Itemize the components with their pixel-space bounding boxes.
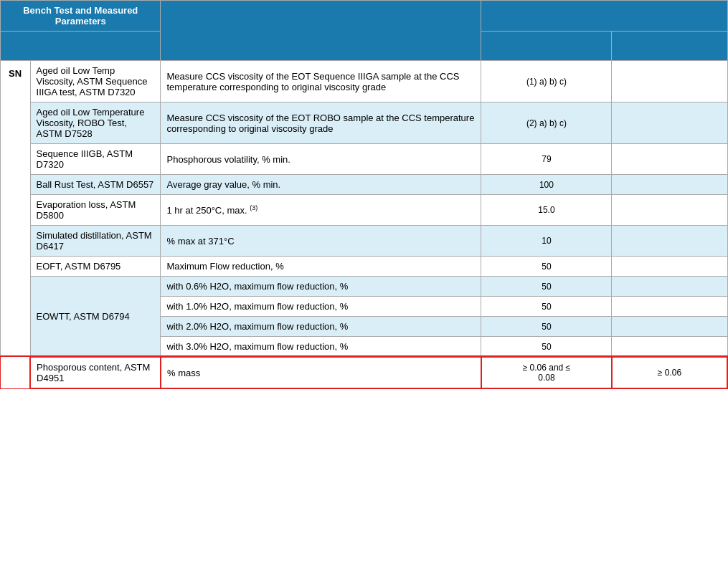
primary-cell: with 3.0% H2O, maximum flow reduction, % [161, 337, 481, 358]
primary-cell: with 1.0% H2O, maximum flow reduction, % [161, 297, 481, 317]
table-row: Ball Rust Test, ASTM D6557Average gray v… [1, 175, 728, 195]
primary-cell: Average gray value, % min. [161, 175, 481, 195]
sae-limit-cell: (1) a) b) c) [481, 61, 612, 102]
sae-limit-cell: ≥ 0.06 and ≤ 0.08 [481, 357, 612, 388]
sae-limit-cell: 50 [481, 277, 612, 297]
others-limit-cell [612, 61, 727, 102]
header-bench: Bench Test and Measured Parameters [1, 1, 161, 32]
others-limit-cell [612, 277, 727, 297]
table-body: SNAged oil Low Temp Viscosity, ASTM Sequ… [1, 61, 728, 389]
header-sae [481, 32, 612, 61]
bench-cell: Phosporous content, ASTM D4951 [30, 357, 161, 388]
others-limit-cell [612, 144, 727, 175]
bench-cell: Simulated distillation, ASTM D6417 [30, 226, 161, 257]
header-bench-label: Bench Test and Measured Parameters [23, 5, 138, 27]
sae-limit-cell: 50 [481, 257, 612, 277]
table-row: Phosporous content, ASTM D4951% mass≥ 0.… [1, 357, 728, 388]
sae-limit-cell: 100 [481, 175, 612, 195]
others-limit-cell [612, 317, 727, 337]
bench-cell: Evaporation loss, ASTM D5800 [30, 195, 161, 226]
header-row-1: Bench Test and Measured Parameters [1, 1, 728, 32]
bench-cell: EOWTT, ASTM D6794 [30, 277, 161, 358]
sae-limit-cell: 15.0 [481, 195, 612, 226]
sae-limit-cell: 50 [481, 297, 612, 317]
table-row: Sequence IIIGB, ASTM D7320Phosphorous vo… [1, 144, 728, 175]
table-row: Aged oil Low Temperature Viscosity, ROBO… [1, 102, 728, 144]
others-limit-cell [612, 195, 727, 226]
primary-cell: % max at 371°C [161, 226, 481, 257]
sn-cell: SN [1, 61, 31, 389]
primary-cell: Maximum Flow reduction, % [161, 257, 481, 277]
table-row: SNAged oil Low Temp Viscosity, ASTM Sequ… [1, 61, 728, 102]
primary-cell: % mass [161, 357, 481, 388]
data-table: Bench Test and Measured Parameters [0, 0, 728, 389]
bench-cell: Sequence IIIGB, ASTM D7320 [30, 144, 161, 175]
sae-limit-cell: 50 [481, 337, 612, 358]
primary-cell: with 2.0% H2O, maximum flow reduction, % [161, 317, 481, 337]
table-row: Evaporation loss, ASTM D58001 hr at 250°… [1, 195, 728, 226]
table-row: Simulated distillation, ASTM D6417% max … [1, 226, 728, 257]
others-limit-cell: ≥ 0.06 [612, 357, 727, 388]
bench-cell: Aged oil Low Temp Viscosity, ASTM Sequen… [30, 61, 161, 102]
table-row: EOFT, ASTM D6795Maximum Flow reduction, … [1, 257, 728, 277]
sae-limit-cell: (2) a) b) c) [481, 102, 612, 144]
primary-cell: Measure CCS viscosity of the EOT Sequenc… [161, 61, 481, 102]
others-limit-cell [612, 175, 727, 195]
others-limit-cell [612, 226, 727, 257]
header-primary [161, 1, 481, 61]
others-limit-cell [612, 257, 727, 277]
others-limit-cell [612, 102, 727, 144]
others-limit-cell [612, 337, 727, 358]
header-sn-bench-spacer [1, 32, 161, 61]
primary-cell: Phosphorous volatility, % min. [161, 144, 481, 175]
bench-cell: Ball Rust Test, ASTM D6557 [30, 175, 161, 195]
bench-cell: EOFT, ASTM D6795 [30, 257, 161, 277]
bench-cell: Aged oil Low Temperature Viscosity, ROBO… [30, 102, 161, 144]
sae-limit-cell: 50 [481, 317, 612, 337]
others-limit-cell [612, 297, 727, 317]
table-row: EOWTT, ASTM D6794with 0.6% H2O, maximum … [1, 277, 728, 297]
header-limits [481, 1, 727, 32]
sae-limit-cell: 10 [481, 226, 612, 257]
primary-cell: with 0.6% H2O, maximum flow reduction, % [161, 277, 481, 297]
primary-cell: Measure CCS viscosity of the EOT ROBO sa… [161, 102, 481, 144]
primary-cell: 1 hr at 250°C, max. (3) [161, 195, 481, 226]
header-others [612, 32, 727, 61]
main-table-wrapper: Bench Test and Measured Parameters [0, 0, 728, 389]
sae-limit-cell: 79 [481, 144, 612, 175]
